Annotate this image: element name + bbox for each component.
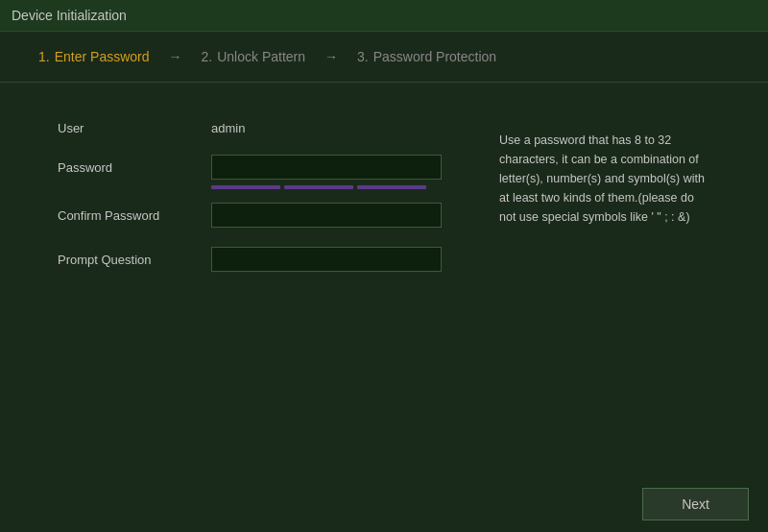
step-3-label: Password Protection bbox=[373, 49, 496, 64]
step-1-label: Enter Password bbox=[55, 49, 150, 64]
prompt-question-row: Prompt Question bbox=[58, 247, 461, 272]
prompt-question-input[interactable] bbox=[211, 247, 442, 272]
prompt-question-label: Prompt Question bbox=[58, 253, 211, 267]
app-title: Device Initialization bbox=[12, 8, 127, 23]
step-1: 1. Enter Password bbox=[38, 49, 150, 64]
step-2-label: Unlock Pattern bbox=[217, 49, 305, 64]
user-row: User admin bbox=[58, 121, 461, 135]
user-label: User bbox=[58, 121, 211, 135]
user-value: admin bbox=[211, 121, 245, 135]
step-3-number: 3. bbox=[357, 49, 369, 64]
confirm-password-row: Confirm Password bbox=[58, 203, 461, 228]
password-strength-bar bbox=[211, 185, 461, 189]
strength-segment-1 bbox=[211, 185, 280, 189]
arrow-1: → bbox=[169, 49, 182, 64]
next-button[interactable]: Next bbox=[642, 488, 749, 520]
password-row: Password bbox=[58, 155, 461, 180]
arrow-2: → bbox=[324, 49, 338, 64]
main-content: User admin Password Confirm Password Pro… bbox=[0, 83, 768, 329]
footer: Next bbox=[0, 476, 768, 532]
confirm-password-input[interactable] bbox=[211, 203, 442, 228]
strength-segment-3 bbox=[357, 185, 426, 189]
form-section: User admin Password Confirm Password Pro… bbox=[58, 121, 461, 291]
password-input[interactable] bbox=[211, 155, 442, 180]
stepper: 1. Enter Password → 2. Unlock Pattern → … bbox=[0, 32, 768, 83]
step-2-number: 2. bbox=[202, 49, 213, 64]
info-section: Use a password that has 8 to 32 characte… bbox=[499, 121, 710, 291]
step-1-number: 1. bbox=[38, 49, 50, 64]
confirm-password-label: Confirm Password bbox=[58, 208, 211, 223]
password-label: Password bbox=[58, 160, 211, 175]
info-text: Use a password that has 8 to 32 characte… bbox=[499, 133, 705, 224]
step-2: 2. Unlock Pattern bbox=[202, 49, 306, 64]
strength-segment-2 bbox=[284, 185, 353, 189]
title-bar: Device Initialization bbox=[0, 0, 768, 32]
step-3: 3. Password Protection bbox=[357, 49, 496, 64]
